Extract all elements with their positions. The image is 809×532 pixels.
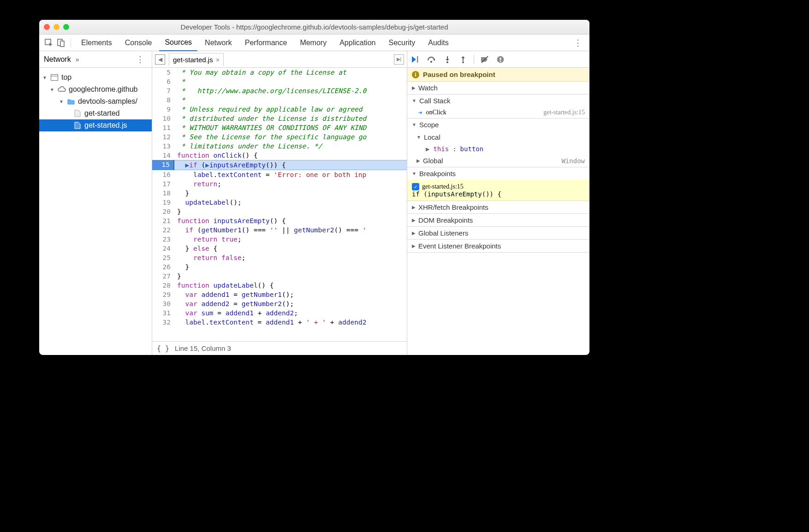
- folder-icon: [67, 97, 75, 106]
- tree-file-html[interactable]: get-started: [39, 107, 152, 119]
- tab-audits[interactable]: Audits: [422, 35, 454, 51]
- step-into-icon[interactable]: [442, 54, 452, 65]
- cloud-icon: [58, 85, 66, 94]
- pretty-print-icon[interactable]: { }: [157, 344, 169, 353]
- tree-top-label: top: [61, 73, 71, 82]
- breakpoint-entry[interactable]: ✓get-started.js:15 if (inputsAreEmpty())…: [407, 180, 589, 201]
- tree-folder[interactable]: ▼ devtools-samples/: [39, 95, 152, 107]
- current-frame-icon: ➜: [418, 109, 422, 116]
- pause-exceptions-icon[interactable]: [495, 54, 506, 65]
- scope-local[interactable]: ▼Local: [407, 131, 589, 143]
- titlebar: Developer Tools - https://googlechrome.g…: [39, 20, 589, 35]
- window-icon: [50, 73, 59, 82]
- global-listeners-section[interactable]: ▶Global Listeners: [407, 227, 589, 239]
- file-tab-label: get-started.js: [173, 56, 213, 64]
- editor-panel: ◀ get-started.js × ▶| 5 * You may obtain…: [152, 51, 407, 355]
- file-icon: [73, 109, 82, 118]
- scope-this[interactable]: ▶this: button: [407, 143, 589, 154]
- paused-text: Paused on breakpoint: [423, 71, 495, 78]
- devtools-window: Developer Tools - https://googlechrome.g…: [39, 20, 589, 355]
- inspect-icon[interactable]: [44, 38, 54, 48]
- event-listener-section[interactable]: ▶Event Listener Breakpoints: [407, 240, 589, 252]
- window-title: Developer Tools - https://googlechrome.g…: [180, 23, 448, 31]
- navigator-panel: Network » ⋮ ▼ top ▼ googlechrome.github …: [39, 51, 152, 355]
- debugger-toolbar: [407, 51, 589, 68]
- svg-rect-2: [60, 41, 64, 47]
- file-tab[interactable]: get-started.js ×: [169, 53, 224, 66]
- tab-elements[interactable]: Elements: [76, 35, 118, 51]
- svg-point-6: [430, 61, 432, 63]
- tree-file-js-label: get-started.js: [84, 121, 127, 130]
- paused-banner: i Paused on breakpoint: [407, 68, 589, 82]
- svg-point-8: [446, 61, 448, 63]
- svg-point-10: [462, 61, 464, 63]
- deactivate-breakpoints-icon[interactable]: [480, 54, 490, 65]
- callstack-section[interactable]: ▼Call Stack: [407, 95, 589, 107]
- navigator-tab[interactable]: Network: [44, 55, 71, 64]
- window-controls: [44, 24, 69, 30]
- breakpoints-section[interactable]: ▼Breakpoints: [407, 167, 589, 180]
- tree-file-html-label: get-started: [84, 109, 119, 118]
- editor-statusbar: { } Line 15, Column 3: [152, 341, 407, 355]
- toggle-navigator-icon[interactable]: ◀: [155, 54, 165, 65]
- scope-section[interactable]: ▼Scope: [407, 118, 589, 131]
- minimize-window-icon[interactable]: [54, 24, 59, 30]
- navigator-menu-icon[interactable]: ⋮: [133, 54, 147, 65]
- device-toolbar-icon[interactable]: [56, 38, 66, 48]
- tab-network[interactable]: Network: [199, 35, 238, 51]
- main-tabs: Elements Console Sources Network Perform…: [39, 35, 589, 51]
- watch-section[interactable]: ▶Watch: [407, 82, 589, 94]
- tree-folder-label: devtools-samples/: [78, 97, 137, 106]
- navigator-more-icon[interactable]: »: [76, 56, 79, 63]
- tree-file-js[interactable]: get-started.js: [39, 119, 152, 131]
- kebab-menu-icon[interactable]: ⋮: [571, 38, 585, 48]
- cursor-position: Line 15, Column 3: [175, 344, 231, 352]
- file-icon: [73, 121, 82, 130]
- svg-rect-12: [500, 58, 501, 60]
- callstack-frame[interactable]: ➜ onClick get-started.js:15: [407, 107, 589, 118]
- tab-memory[interactable]: Memory: [294, 35, 332, 51]
- run-snippet-icon[interactable]: ▶|: [394, 54, 404, 65]
- close-tab-icon[interactable]: ×: [216, 56, 220, 64]
- debugger-panel: i Paused on breakpoint ▶Watch ▼Call Stac…: [407, 51, 589, 355]
- breakpoint-checkbox[interactable]: ✓: [412, 183, 419, 190]
- tab-application[interactable]: Application: [334, 35, 381, 51]
- zoom-window-icon[interactable]: [63, 24, 69, 30]
- resume-icon[interactable]: [411, 54, 421, 65]
- xhr-section[interactable]: ▶XHR/fetch Breakpoints: [407, 201, 589, 213]
- svg-rect-5: [417, 56, 418, 63]
- tab-console[interactable]: Console: [119, 35, 158, 51]
- tree-domain-label: googlechrome.github: [69, 85, 137, 94]
- tab-sources[interactable]: Sources: [159, 35, 197, 51]
- tree-top[interactable]: ▼ top: [39, 71, 152, 83]
- svg-rect-3: [51, 75, 58, 81]
- code-editor[interactable]: 5 * You may obtain a copy of the License…: [152, 68, 407, 341]
- tab-security[interactable]: Security: [383, 35, 421, 51]
- tree-domain[interactable]: ▼ googlechrome.github: [39, 83, 152, 95]
- step-out-icon[interactable]: [458, 54, 468, 65]
- tab-performance[interactable]: Performance: [239, 35, 293, 51]
- close-window-icon[interactable]: [44, 24, 50, 30]
- step-over-icon[interactable]: [427, 54, 437, 65]
- info-icon: i: [412, 71, 419, 78]
- svg-rect-13: [500, 60, 501, 62]
- file-tree: ▼ top ▼ googlechrome.github ▼ devtools-s…: [39, 68, 152, 135]
- dom-section[interactable]: ▶DOM Breakpoints: [407, 214, 589, 226]
- scope-global[interactable]: ▶GlobalWindow: [407, 154, 589, 167]
